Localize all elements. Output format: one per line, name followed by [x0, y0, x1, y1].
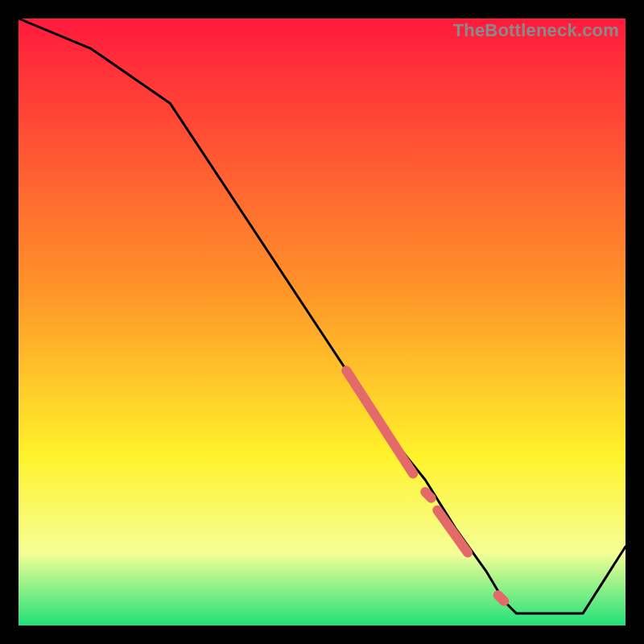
chart-svg	[19, 19, 625, 625]
bottleneck-node	[425, 492, 431, 498]
plot-area: TheBottleneck.com	[19, 19, 625, 625]
watermark-text: TheBottleneck.com	[453, 20, 619, 41]
bottleneck-node	[498, 595, 505, 601]
chart-frame: TheBottleneck.com	[0, 0, 644, 644]
gradient-bg	[19, 19, 625, 625]
